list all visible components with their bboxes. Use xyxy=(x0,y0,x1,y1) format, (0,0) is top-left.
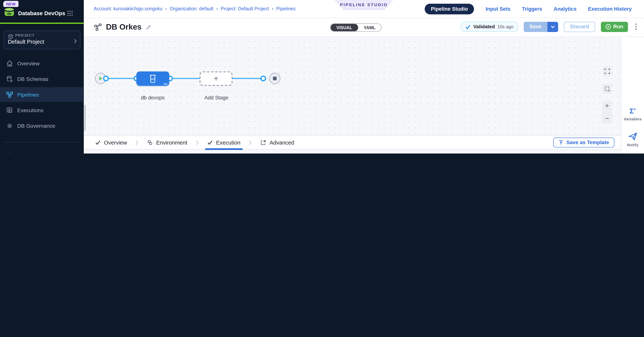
svg-text:</>: </> xyxy=(150,77,155,80)
rail-item-variables[interactable]: Σ× Variables xyxy=(621,108,644,121)
tab-triggers[interactable]: Triggers xyxy=(522,6,542,12)
sidebar-item-project-settings[interactable]: Project Settings xyxy=(0,148,84,154)
sidebar-item-db-governance[interactable]: DB Governance xyxy=(0,118,84,133)
sidebar-item-overview[interactable]: Overview xyxy=(0,56,84,70)
visual-yaml-toggle[interactable]: VISUAL YAML xyxy=(330,24,382,32)
project-cube-icon xyxy=(8,34,14,41)
app-grid-icon[interactable] xyxy=(67,10,73,18)
zoom-in-button[interactable]: + xyxy=(605,102,609,109)
svg-text:∞: ∞ xyxy=(7,10,11,17)
run-label: Run xyxy=(613,24,623,30)
toggle-visual[interactable]: VISUAL xyxy=(330,24,358,31)
variables-icon: Σ× xyxy=(630,108,636,114)
marquee-select-icon xyxy=(604,86,610,92)
new-badge: NEW xyxy=(3,1,18,7)
tab-environment[interactable]: Environment xyxy=(145,136,190,150)
tab-label: Environment xyxy=(156,140,187,146)
check-icon xyxy=(95,140,101,145)
upload-icon xyxy=(559,140,564,145)
tab-execution-history[interactable]: Execution History xyxy=(588,6,632,12)
advanced-icon xyxy=(260,140,266,146)
save-button[interactable]: Save xyxy=(524,22,548,32)
execution-connectors-svg xyxy=(84,150,621,154)
tab-label: Advanced xyxy=(270,140,294,146)
stage-config-tabbar: Overview Environment xyxy=(84,136,621,150)
pipeline-graph-icon xyxy=(94,23,102,31)
tab-advanced[interactable]: Advanced xyxy=(258,136,297,150)
pipeline-title: DB Orkes xyxy=(106,23,142,32)
stage-label[interactable]: db devops xyxy=(141,94,165,102)
save-as-template-label: Save as Template xyxy=(566,140,609,146)
scrollbar-thumb[interactable] xyxy=(84,105,86,131)
sidebar-item-db-schemas[interactable]: DB Schemas xyxy=(0,72,84,86)
sidebar-item-label: DB Schemas xyxy=(17,76,48,82)
validated-pill[interactable]: Validated 10s ago xyxy=(461,22,518,32)
executions-icon xyxy=(6,106,13,114)
db-schemas-icon xyxy=(6,76,13,82)
top-header: Account: kurosakiichigo.songoku › Organi… xyxy=(84,0,644,18)
db-governance-icon xyxy=(6,122,13,129)
fullscreen-button[interactable] xyxy=(602,66,612,76)
pipeline-studio-badge: PIPELINE STUDIO xyxy=(334,0,394,9)
chevron-right-icon xyxy=(74,38,77,45)
save-options-caret[interactable] xyxy=(548,22,558,32)
rail-item-notify[interactable]: Notify xyxy=(621,132,644,147)
validated-label: Validated xyxy=(473,24,495,30)
breadcrumb-account[interactable]: Account: kurosakiichigo.songoku xyxy=(94,6,162,11)
breadcrumb-separator: › xyxy=(165,6,167,11)
tab-analytics[interactable]: Analytics xyxy=(554,6,576,12)
select-region-button[interactable] xyxy=(602,84,612,94)
sidebar-item-label: Pipelines xyxy=(17,91,39,98)
breadcrumb-pipelines[interactable]: Pipelines xyxy=(276,6,296,11)
tab-label: Execution xyxy=(216,140,240,146)
chevron-right-icon xyxy=(248,140,252,146)
zoom-out-button[interactable]: − xyxy=(605,115,609,122)
edit-pencil-icon[interactable] xyxy=(145,24,152,30)
save-as-template-button[interactable]: Save as Template xyxy=(553,138,614,148)
pipeline-nav: Pipeline Studio Input Sets Triggers Anal… xyxy=(425,4,632,14)
breadcrumb-project[interactable]: Project: Default Project xyxy=(221,6,269,11)
home-icon xyxy=(6,60,13,67)
tab-input-sets[interactable]: Input Sets xyxy=(486,6,510,12)
toggle-yaml[interactable]: YAML xyxy=(358,24,381,31)
sidebar-item-label: Project Settings xyxy=(17,152,55,154)
chevron-right-icon xyxy=(135,140,139,146)
hexagons-icon xyxy=(147,140,153,146)
breadcrumb-separator: › xyxy=(216,6,218,11)
discard-button[interactable]: Discard xyxy=(564,22,595,32)
tab-pipeline-studio[interactable]: Pipeline Studio xyxy=(425,4,474,14)
stage-graph-canvas[interactable]: </> </> db devops + Add Stage + − xyxy=(84,37,621,136)
sidebar-item-label: DB Governance xyxy=(17,123,55,129)
sidebar-item-executions[interactable]: Executions xyxy=(0,102,84,118)
save-button-group: Save xyxy=(524,22,558,32)
breadcrumb-organization[interactable]: Organization: default xyxy=(170,6,214,11)
pipeline-canvas-area: </> </> db devops + Add Stage + − xyxy=(84,37,621,154)
divider xyxy=(3,142,80,142)
tab-label: Overview xyxy=(104,140,127,146)
stage-node-db-devops[interactable]: </> </> xyxy=(136,72,169,86)
right-rail: Σ× Variables Notify Flow Control xyxy=(621,37,644,154)
execution-canvas[interactable]: test </> Git Clone </> Deploy Applicatio… xyxy=(84,150,621,154)
app-root: NEW ∞ Database DevOps xyxy=(0,0,644,154)
run-play-icon xyxy=(606,24,611,30)
tab-overview[interactable]: Overview xyxy=(93,136,130,150)
breadcrumb-separator: › xyxy=(272,6,273,11)
plus-icon: + xyxy=(214,74,218,83)
run-button[interactable]: Run xyxy=(601,22,628,32)
code-badge: </> xyxy=(164,82,168,85)
more-options-kebab[interactable] xyxy=(634,22,638,32)
tab-execution[interactable]: Execution xyxy=(205,136,243,150)
breadcrumb: Account: kurosakiichigo.songoku › Organi… xyxy=(94,6,296,11)
pipelines-icon xyxy=(6,91,13,98)
fullscreen-icon xyxy=(604,68,610,74)
rail-label: Notify xyxy=(627,143,638,147)
gear-icon xyxy=(6,152,13,154)
project-selector[interactable]: PROJECT Default Project xyxy=(3,30,80,49)
validated-time: 10s ago xyxy=(498,24,514,29)
sidebar-item-pipelines[interactable]: Pipelines xyxy=(0,87,84,102)
add-stage-node[interactable]: + xyxy=(200,72,232,86)
chevron-right-icon xyxy=(196,140,199,146)
project-label: PROJECT xyxy=(15,33,76,38)
pipeline-toolbar: DB Orkes VISUAL YAML Validated 10s ago S… xyxy=(84,18,644,37)
add-stage-label[interactable]: Add Stage xyxy=(204,94,228,102)
